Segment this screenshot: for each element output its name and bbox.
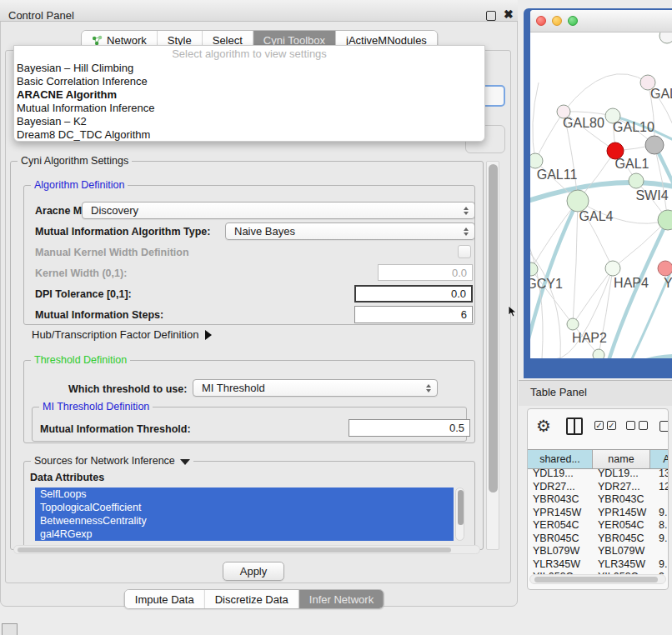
table-cell: YBL079W bbox=[528, 545, 593, 558]
minimize-window-icon[interactable] bbox=[552, 16, 562, 26]
panel-corner-grip[interactable] bbox=[2, 623, 18, 635]
cyni-algorithm-settings-title: Cyni Algorithm Settings bbox=[18, 155, 132, 167]
attribute-item-selected[interactable]: SelfLoops bbox=[35, 488, 454, 501]
attribute-item-selected[interactable]: TopologicalCoefficient bbox=[35, 501, 454, 514]
select-all-checks-icon[interactable]: ✓✓ bbox=[594, 421, 616, 430]
close-panel-icon[interactable]: ✖ bbox=[504, 8, 514, 21]
table-row[interactable]: YBR043CYBR043C bbox=[528, 493, 669, 507]
table-row[interactable]: YER054CYER054C8. bbox=[528, 519, 669, 532]
table-cell: YER054C bbox=[528, 519, 593, 532]
table-row[interactable]: YPR145WYPR145W9. bbox=[528, 507, 669, 520]
mi-steps-field[interactable]: 6 bbox=[354, 306, 473, 323]
aracne-mode-select[interactable]: Discovery bbox=[82, 202, 475, 219]
node-SWI4[interactable] bbox=[629, 173, 644, 188]
which-threshold-label: Which threshold to use: bbox=[68, 383, 187, 395]
table-cell: YPR145W bbox=[528, 507, 593, 520]
node-Y[interactable] bbox=[658, 261, 672, 276]
table-cell: YBR043C bbox=[528, 493, 593, 507]
mi-steps-label: Mutual Information Steps: bbox=[35, 309, 163, 321]
table-row[interactable]: YDR27...YDR27...12 bbox=[528, 481, 669, 494]
gear-icon[interactable]: ⚙ bbox=[536, 416, 551, 436]
float-panel-icon[interactable] bbox=[486, 11, 496, 21]
column-header[interactable]: name bbox=[593, 450, 650, 468]
table-hscrollbar[interactable] bbox=[529, 574, 666, 584]
column-header[interactable]: A bbox=[650, 450, 669, 468]
kernel-width-label: Kernel Width (0,1): bbox=[35, 268, 127, 279]
node-GAL11[interactable] bbox=[530, 153, 543, 168]
algorithm-option[interactable]: Basic Correlation Inference bbox=[14, 75, 484, 88]
table-panel-title: Table Panel bbox=[530, 386, 587, 398]
table-row[interactable]: YBR045CYBR045C9. bbox=[528, 532, 669, 546]
node-label: HAP2 bbox=[572, 331, 607, 345]
aracne-mode-value: Discovery bbox=[91, 204, 138, 217]
columns-icon[interactable] bbox=[566, 418, 583, 435]
node-HAP4[interactable] bbox=[605, 261, 620, 276]
node-HAP2[interactable] bbox=[567, 318, 579, 330]
kernel-width-field[interactable]: 0.0 bbox=[378, 264, 473, 281]
table-cell: YPR145W bbox=[593, 507, 650, 520]
node[interactable] bbox=[658, 210, 672, 230]
node[interactable] bbox=[593, 349, 604, 358]
hub-definition-toggle[interactable]: Hub/Transcription Factor Definition bbox=[32, 328, 212, 341]
table-rows[interactable]: YDL19...YDL19...13YDR27...YDR27...12YBR0… bbox=[528, 468, 669, 574]
clipped-toolbar-icon[interactable] bbox=[659, 421, 669, 432]
table-row[interactable]: YLR345WYLR345W9. bbox=[528, 558, 669, 572]
close-window-icon[interactable] bbox=[536, 16, 546, 26]
table-cell: YDL19... bbox=[593, 468, 650, 481]
table-row[interactable]: YBL079WYBL079W bbox=[528, 545, 669, 558]
zoom-window-icon[interactable] bbox=[568, 16, 578, 26]
tab-infer-network[interactable]: Infer Network bbox=[299, 590, 384, 608]
settings-hscrollbar[interactable] bbox=[13, 545, 480, 554]
node[interactable] bbox=[659, 32, 672, 43]
node-label: GAL bbox=[650, 87, 672, 101]
algorithm-option[interactable]: Bayesian – K2 bbox=[14, 115, 484, 128]
algorithm-option[interactable]: Dream8 DC_TDC Algorithm bbox=[14, 128, 484, 142]
node[interactable] bbox=[645, 136, 664, 154]
mi-type-select[interactable]: Naive Bayes bbox=[225, 222, 475, 240]
table-cell bbox=[650, 545, 669, 558]
settings-vscrollbar[interactable] bbox=[486, 161, 499, 550]
table-cell: YDR27... bbox=[593, 481, 650, 494]
attribute-item-selected[interactable]: gal4RGexp bbox=[35, 528, 454, 541]
algorithm-option[interactable]: ARACNE Algorithm bbox=[14, 88, 484, 102]
table-row[interactable]: YDL19...YDL19...13 bbox=[528, 468, 669, 481]
node-label: GAL1 bbox=[615, 157, 649, 171]
apply-button[interactable]: Apply bbox=[223, 562, 284, 581]
algorithm-dropdown-placeholder: Select algorithm to view settings bbox=[14, 46, 484, 62]
attribute-item-selected[interactable]: BetweennessCentrality bbox=[35, 514, 454, 528]
deselect-all-checks-icon[interactable] bbox=[626, 421, 648, 430]
column-header[interactable]: shared... bbox=[528, 450, 593, 468]
control-panel-title: Control Panel bbox=[8, 9, 74, 22]
algorithm-option[interactable]: Bayesian – Hill Climbing bbox=[14, 62, 484, 75]
attributes-list-scrollbar[interactable] bbox=[455, 488, 464, 541]
mi-type-label: Mutual Information Algorithm Type: bbox=[35, 226, 210, 238]
node-GCY1[interactable] bbox=[530, 262, 538, 276]
node-label: GAL4 bbox=[579, 209, 614, 223]
table-cell: YLR345W bbox=[528, 558, 593, 572]
collapsed-arrow-icon bbox=[205, 330, 212, 340]
manual-kernel-label: Manual Kernel Width Definition bbox=[35, 247, 189, 258]
data-attributes-label: Data Attributes bbox=[30, 472, 104, 483]
expanded-arrow-icon bbox=[180, 459, 190, 465]
which-threshold-value: MI Threshold bbox=[202, 382, 265, 394]
table-cell: YBL079W bbox=[593, 545, 650, 558]
which-threshold-select[interactable]: MI Threshold bbox=[193, 379, 438, 397]
mi-threshold-field[interactable]: 0.5 bbox=[349, 419, 470, 437]
network-canvas[interactable]: GALGAL80GAL10GAL1GAL11SWI4GAL4GCY1HAP4YH… bbox=[530, 32, 672, 358]
network-icon bbox=[92, 35, 103, 46]
table-header-row[interactable]: shared...nameA bbox=[528, 449, 669, 469]
tab-impute-data[interactable]: Impute Data bbox=[125, 590, 205, 608]
table-cell: YBR045C bbox=[593, 532, 650, 546]
algorithm-option[interactable]: Mutual Information Inference bbox=[14, 102, 484, 115]
table-cell: YBR045C bbox=[528, 532, 593, 546]
data-attributes-list[interactable]: SelfLoopsTopologicalCoefficientBetweenne… bbox=[35, 488, 454, 541]
tab-discretize-data[interactable]: Discretize Data bbox=[205, 590, 299, 608]
network-window-titlebar[interactable] bbox=[530, 10, 672, 32]
table-toolbar: ⚙ ✓✓ bbox=[528, 409, 668, 449]
table-cell: YBR043C bbox=[593, 493, 650, 507]
network-view-window[interactable]: GALGAL80GAL10GAL1GAL11SWI4GAL4GCY1HAP4YH… bbox=[524, 8, 672, 378]
node-label: GAL10 bbox=[613, 120, 654, 134]
manual-kernel-checkbox[interactable] bbox=[458, 245, 471, 258]
sources-group-title[interactable]: Sources for Network Inference bbox=[31, 455, 193, 467]
dpi-tolerance-field[interactable]: 0.0 bbox=[354, 285, 473, 302]
